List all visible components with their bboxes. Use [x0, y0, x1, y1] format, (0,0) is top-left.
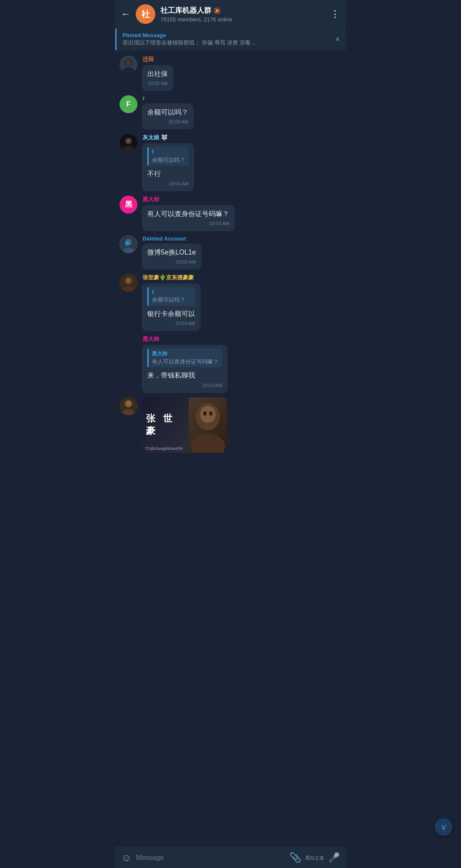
bubble-wrap: 黑大帅 有人可以查身份证号码嘛？ 10:03 AM — [142, 196, 235, 231]
pinned-close-button[interactable]: × — [331, 35, 340, 44]
avatar — [120, 274, 137, 292]
sender-name: f — [142, 95, 194, 102]
header-info: 社工库机器人群 🔕 75155 members, 2176 online — [160, 6, 325, 23]
sender-name: 张世豪🌵京东搜豪豪 — [142, 274, 201, 282]
message-row: 黑大帅 黑大帅 有人可以查身份证号码嘛？ 来，带钱私聊我 10:03 AM — [120, 335, 341, 393]
sender-name: Deleted Account — [142, 235, 201, 242]
svg-point-25 — [200, 406, 216, 423]
message-bubble: 出社保 10:02 AM — [142, 65, 173, 91]
sender-name: 黑大帅 — [142, 196, 235, 203]
pinned-label: Pinned Message — [123, 32, 331, 38]
avatar: 🌐 — [120, 235, 137, 253]
quote-text: 余额可以吗？ — [152, 156, 185, 164]
quote-text: 有人可以查身份证号码嘛？ — [152, 358, 219, 366]
svg-text:🌐: 🌐 — [125, 241, 129, 246]
sticker-main-text: 张 世 豪 — [146, 413, 184, 437]
group-subtitle: 75155 members, 2176 online — [160, 16, 325, 23]
bubble-wrap: 黑大帅 黑大帅 有人可以查身份证号码嘛？ 来，带钱私聊我 10:03 AM — [142, 335, 228, 393]
bubble-wrap: Deleted Account 微博5e换LOL1e 10:03 AM — [142, 235, 201, 270]
quote-text: 余额可以吗？ — [152, 296, 192, 304]
message-row: 张 世 豪 TG@zhangshihao009 — [120, 397, 341, 453]
chat-area: 迁回 出社保 10:02 AM F f 余额可以吗？ 10:03 AM — [115, 50, 346, 847]
message-time: 10:03 AM — [147, 119, 188, 126]
quote-author: f — [152, 149, 185, 156]
bubble-wrap: 张世豪🌵京东搜豪豪 f 余额可以吗？ 银行卡余额可以 10:03 AM — [142, 274, 201, 331]
svg-point-22 — [127, 403, 130, 405]
message-time: 10:02 AM — [147, 80, 168, 87]
message-time: 10:03 AM — [147, 259, 196, 266]
avatar — [120, 56, 137, 73]
brand-label: 黑白之道 — [305, 855, 324, 861]
avatar: 黑 — [120, 196, 137, 214]
pinned-text: 若出现以下情形会被移除群组： 诈骗 辱骂 涉黄 涉毒... — [123, 39, 331, 47]
message-bubble: f 余额可以吗？ 银行卡余额可以 10:03 AM — [142, 283, 201, 331]
input-bar: ☺ 📎 黑白之道 🎤 — [115, 847, 346, 868]
bubble-wrap: 张 世 豪 TG@zhangshihao009 — [142, 397, 227, 453]
sender-name: 黑大帅 — [142, 335, 228, 343]
quote-block: f 余额可以吗？ — [147, 147, 189, 166]
message-bubble: 微博5e换LOL1e 10:03 AM — [142, 243, 201, 270]
avatar — [120, 397, 137, 415]
quote-block: 黑大帅 有人可以查身份证号码嘛？ — [147, 349, 222, 367]
svg-point-9 — [129, 140, 131, 141]
message-text: 有人可以查身份证号码嘛？ — [147, 210, 229, 217]
message-time: 10:03 AM — [147, 382, 222, 389]
svg-point-7 — [126, 139, 131, 143]
header: ← 社 社工库机器人群 🔕 75155 members, 2176 online… — [115, 0, 346, 29]
message-time: 10:03 AM — [147, 220, 229, 227]
svg-point-27 — [209, 411, 213, 416]
message-text: 微博5e换LOL1e — [147, 249, 196, 256]
quote-block: f 余额可以吗？ — [147, 287, 195, 306]
quote-author: f — [152, 289, 192, 296]
message-row: 黑 黑大帅 有人可以查身份证号码嘛？ 10:03 AM — [120, 196, 341, 231]
sticker-image: 张 世 豪 TG@zhangshihao009 — [142, 397, 227, 453]
message-text: 出社保 — [147, 70, 168, 77]
mute-icon: 🔕 — [213, 7, 221, 14]
bubble-wrap: 迁回 出社保 10:02 AM — [142, 56, 173, 91]
avatar-spacer — [120, 335, 137, 353]
message-bubble: 黑大帅 有人可以查身份证号码嘛？ 来，带钱私聊我 10:03 AM — [142, 345, 228, 393]
group-avatar: 社 — [136, 4, 155, 24]
more-button[interactable]: ⋮ — [330, 9, 340, 20]
message-text: 银行卡余额可以 — [147, 310, 195, 317]
message-time: 10:03 AM — [147, 320, 195, 327]
bubble-wrap: 灰太娘 🐺 f 余额可以吗？ 不行 10:03 AM — [142, 134, 194, 191]
sender-name: 迁回 — [142, 56, 173, 63]
message-row: 迁回 出社保 10:02 AM — [120, 56, 341, 91]
svg-point-26 — [203, 411, 207, 416]
emoji-button[interactable]: ☺ — [121, 852, 132, 864]
sticker-sub-text: TG@zhangshihao009 — [145, 446, 183, 451]
back-button[interactable]: ← — [121, 9, 131, 20]
sender-name: 灰太娘 🐺 — [142, 134, 194, 141]
message-row: 🌐 Deleted Account 微博5e换LOL1e 10:03 AM — [120, 235, 341, 270]
message-bubble: 余额可以吗？ 10:03 AM — [142, 103, 194, 129]
svg-point-3 — [125, 60, 131, 66]
message-bubble: 有人可以查身份证号码嘛？ 10:03 AM — [142, 205, 235, 231]
group-title: 社工库机器人群 🔕 — [160, 6, 325, 15]
message-text: 来，带钱私聊我 — [147, 372, 195, 379]
bubble-wrap: f 余额可以吗？ 10:03 AM — [142, 95, 194, 129]
svg-point-8 — [127, 140, 128, 141]
svg-point-24 — [191, 434, 225, 453]
message-row: 灰太娘 🐺 f 余额可以吗？ 不行 10:03 AM — [120, 134, 341, 191]
pinned-content: Pinned Message 若出现以下情形会被移除群组： 诈骗 辱骂 涉黄 涉… — [123, 32, 331, 47]
message-time: 10:03 AM — [147, 181, 189, 188]
message-row: 张世豪🌵京东搜豪豪 f 余额可以吗？ 银行卡余额可以 10:03 AM — [120, 274, 341, 331]
message-row: F f 余额可以吗？ 10:03 AM — [120, 95, 341, 129]
svg-point-17 — [126, 278, 131, 283]
avatar: F — [120, 95, 137, 113]
quote-author: 黑大帅 — [152, 350, 219, 358]
group-name: 社工库机器人群 — [160, 6, 211, 15]
message-text: 余额可以吗？ — [147, 108, 188, 116]
message-input[interactable] — [136, 854, 285, 862]
attach-button[interactable]: 📎 — [289, 852, 301, 863]
mic-button[interactable]: 🎤 — [328, 852, 340, 863]
pinned-message-bar[interactable]: Pinned Message 若出现以下情形会被移除群组： 诈骗 辱骂 涉黄 涉… — [115, 29, 346, 50]
message-text: 不行 — [147, 170, 161, 177]
message-bubble: f 余额可以吗？ 不行 10:03 AM — [142, 143, 194, 191]
avatar — [120, 134, 137, 152]
